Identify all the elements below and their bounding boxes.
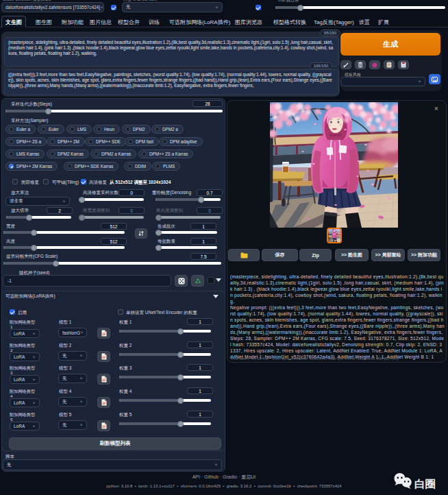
svg-text:白圈: 白圈	[414, 478, 436, 490]
